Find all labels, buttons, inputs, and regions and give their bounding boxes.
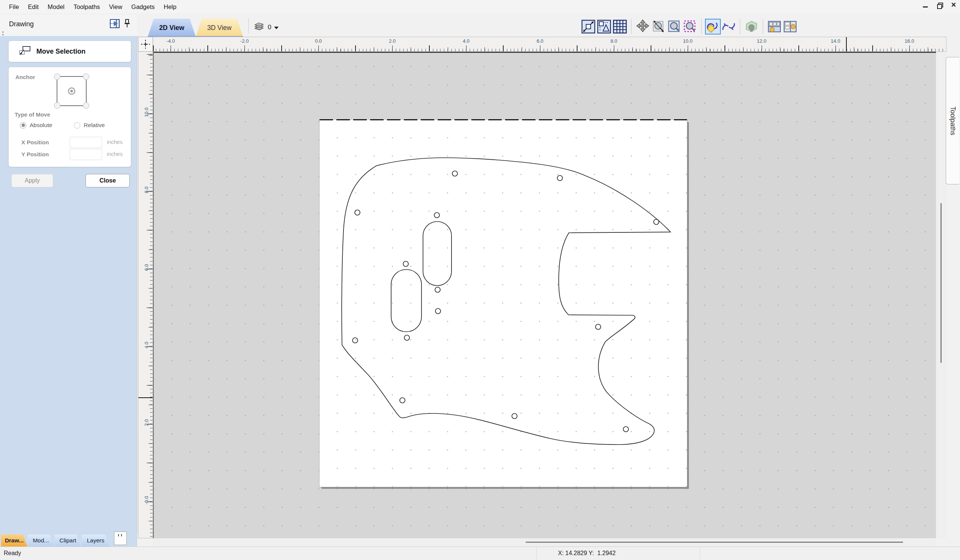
anchor-top-right[interactable] bbox=[83, 73, 89, 80]
menu-edit[interactable]: Edit bbox=[24, 2, 42, 12]
pickup-cutout[interactable] bbox=[391, 270, 421, 332]
grid-toggle-icon[interactable] bbox=[613, 19, 627, 34]
layout-tabbed-icon[interactable] bbox=[767, 19, 781, 34]
ruler-label: -2.0 bbox=[240, 38, 249, 44]
vertical-scrollbar[interactable] bbox=[936, 52, 947, 538]
ruler-label: 10.0 bbox=[144, 105, 149, 120]
screw-hole[interactable] bbox=[400, 398, 405, 403]
material-visibility-icon[interactable] bbox=[744, 19, 758, 34]
screw-hole[interactable] bbox=[403, 261, 408, 266]
ruler-label: 6.0 bbox=[537, 38, 543, 44]
auto-hide-panel-icon[interactable] bbox=[109, 19, 120, 30]
x-position-input[interactable] bbox=[70, 137, 102, 148]
radio-relative[interactable]: Relative bbox=[74, 122, 105, 129]
status-ready: Ready bbox=[4, 550, 21, 557]
cursor-coordinates: X: 14.2829 Y: 1.2942 bbox=[558, 550, 616, 557]
minimize-icon[interactable] bbox=[921, 1, 929, 9]
top-ruler[interactable]: -4.0-2.00.02.04.06.08.010.012.014.016.0 bbox=[153, 37, 947, 52]
anchor-label: Anchor bbox=[15, 74, 35, 80]
screw-hole[interactable] bbox=[512, 413, 517, 419]
y-position-unit: inches bbox=[107, 151, 123, 157]
screw-hole[interactable] bbox=[595, 324, 601, 329]
pin-panel-icon[interactable] bbox=[124, 19, 131, 30]
drawing-canvas[interactable] bbox=[153, 52, 936, 538]
status-bar: Ready X: 14.2829 Y: 1.2942 bbox=[0, 547, 960, 560]
screw-hole[interactable] bbox=[557, 175, 563, 181]
ruler-label: 6.0 bbox=[144, 260, 149, 275]
ruler-label: 8.0 bbox=[144, 183, 149, 198]
ruler-label: 2.0 bbox=[144, 415, 149, 430]
layer-count: 0 bbox=[268, 24, 271, 31]
menu-view[interactable]: View bbox=[106, 2, 126, 12]
layout-split-icon[interactable] bbox=[783, 19, 797, 34]
ruler-origin-button[interactable] bbox=[138, 37, 153, 52]
tab-2d-view[interactable]: 2D View bbox=[148, 19, 196, 37]
menu-model[interactable]: Model bbox=[44, 2, 68, 12]
close-button[interactable]: Close bbox=[85, 174, 130, 187]
view-tab-row: 2D View 3D View 0 bbox=[137, 13, 960, 37]
anchor-bottom-left[interactable] bbox=[54, 102, 60, 109]
ruler-label: -4.0 bbox=[166, 38, 175, 44]
snap-toggle-on-icon[interactable] bbox=[706, 19, 720, 34]
anchor-top-left[interactable] bbox=[54, 73, 60, 80]
material-page[interactable] bbox=[319, 120, 687, 487]
ruler-label: 8.0 bbox=[611, 38, 617, 44]
pickup-cutouts bbox=[391, 222, 451, 332]
tab-scroll-control[interactable] bbox=[114, 531, 127, 545]
zoom-interactive-icon[interactable] bbox=[651, 19, 666, 34]
screw-hole[interactable] bbox=[435, 287, 440, 292]
apply-button[interactable]: Apply bbox=[11, 174, 53, 187]
screw-hole[interactable] bbox=[654, 219, 659, 225]
view-toolbar bbox=[581, 18, 798, 35]
zoom-window-icon[interactable] bbox=[667, 19, 682, 34]
layer-selector[interactable]: 0 bbox=[253, 22, 278, 33]
tab-clipart[interactable]: Clipart bbox=[55, 534, 81, 547]
screw-hole[interactable] bbox=[355, 210, 360, 215]
screw-hole[interactable] bbox=[434, 212, 440, 218]
zoom-selection-icon[interactable] bbox=[683, 19, 697, 34]
pan-icon[interactable] bbox=[636, 19, 650, 34]
move-selection-icon bbox=[18, 45, 31, 57]
tab-modeling[interactable]: Mod... bbox=[28, 534, 54, 547]
move-selection-form: Anchor Type of Move Absolute Relative X … bbox=[8, 67, 131, 167]
y-position-input[interactable] bbox=[70, 149, 102, 160]
menu-gadgets[interactable]: Gadgets bbox=[128, 2, 158, 12]
radio-absolute[interactable]: Absolute bbox=[20, 122, 52, 129]
zoom-extents-icon[interactable] bbox=[581, 19, 595, 34]
ruler-label: 16.0 bbox=[904, 38, 914, 44]
menu-file[interactable]: File bbox=[5, 2, 23, 12]
screw-hole[interactable] bbox=[435, 308, 441, 314]
restore-icon[interactable] bbox=[935, 1, 944, 9]
radio-relative-circle[interactable] bbox=[74, 122, 80, 129]
anchor-center-selected[interactable] bbox=[68, 87, 75, 95]
chevron-down-icon bbox=[274, 27, 278, 29]
screw-hole[interactable] bbox=[352, 338, 358, 343]
menu-toolpaths[interactable]: Toolpaths bbox=[70, 2, 104, 12]
snap-geometry-icon[interactable] bbox=[722, 19, 736, 34]
pickguard-vectors[interactable] bbox=[320, 120, 688, 487]
tab-drawing[interactable]: Draw... bbox=[1, 534, 27, 547]
drawing-side-panel: Move Selection Anchor Type of Move Absol… bbox=[0, 36, 137, 534]
menu-help[interactable]: Help bbox=[160, 2, 180, 12]
anchor-bottom-right[interactable] bbox=[83, 102, 89, 109]
ruler-label: 4.0 bbox=[463, 38, 469, 44]
ruler-label: 12.0 bbox=[757, 38, 766, 44]
left-ruler[interactable]: 10.08.06.04.02.0-0.0 bbox=[138, 52, 153, 538]
toolpaths-flyout-tab[interactable]: Toolpaths bbox=[946, 57, 959, 184]
pickup-cutout[interactable] bbox=[423, 222, 451, 286]
tab-layers[interactable]: Layers bbox=[82, 534, 109, 547]
drawing-panel-header: Drawing bbox=[0, 15, 137, 36]
close-icon[interactable]: × bbox=[949, 1, 958, 9]
radio-absolute-circle[interactable] bbox=[20, 122, 26, 129]
screw-hole[interactable] bbox=[623, 426, 629, 432]
zoom-to-drawing-icon[interactable] bbox=[597, 19, 611, 34]
screw-hole[interactable] bbox=[404, 335, 410, 340]
tab-3d-view[interactable]: 3D View bbox=[196, 19, 243, 37]
horizontal-scrollbar[interactable] bbox=[153, 538, 936, 547]
ruler-label: 0.0 bbox=[315, 38, 322, 44]
screw-hole[interactable] bbox=[452, 171, 458, 176]
x-position-label: X Position bbox=[21, 139, 49, 145]
horizontal-scrollbar-thumb[interactable] bbox=[526, 542, 903, 543]
tool-title: Move Selection bbox=[36, 48, 85, 56]
vertical-scrollbar-thumb[interactable] bbox=[941, 203, 942, 363]
